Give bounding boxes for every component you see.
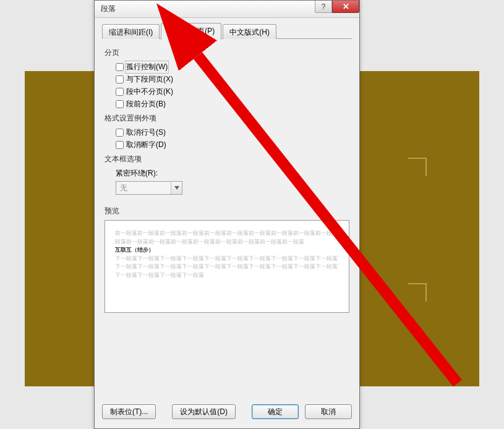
tight-wrap-label: 紧密环绕(R): [116, 168, 349, 179]
tab-chinese-typography[interactable]: 中文版式(H) [223, 24, 276, 39]
tab-strip: 缩进和间距(I) 换行和分页(P) 中文版式(H) [102, 23, 352, 39]
page-crop-mark [408, 283, 427, 302]
widow-orphan-label: 孤行控制(W) [126, 62, 168, 72]
suppress-line-numbers-label: 取消行号(S) [126, 127, 166, 138]
textbox-options-label: 文本框选项 [105, 154, 349, 164]
close-icon: ✕ [343, 2, 349, 11]
close-button[interactable]: ✕ [332, 1, 359, 13]
preview-main-text: 互联互（结步） [115, 246, 339, 255]
help-button[interactable]: ? [315, 1, 332, 13]
pagination-group-label: 分页 [105, 48, 349, 58]
help-icon: ? [322, 2, 326, 11]
tab-line-page-breaks[interactable]: 换行和分页(P) [161, 23, 221, 40]
preview-prev-text: 段落前一段落前一段落前一段落前一段落前一段落前一段落前一段落前一段落 [115, 238, 339, 247]
suppress-line-numbers-checkbox[interactable] [116, 129, 124, 137]
keep-lines-together-label: 段中不分页(K) [126, 87, 173, 97]
keep-with-next-checkbox[interactable] [116, 75, 124, 83]
page-break-before-label: 段前分页(B) [126, 99, 166, 109]
formatting-exceptions-label: 格式设置例外项 [105, 113, 349, 124]
suppress-hyphenation-label: 取消断字(D) [126, 140, 166, 150]
cancel-button[interactable]: 取消 [305, 404, 352, 419]
paragraph-dialog: 段落 ? ✕ 缩进和间距(I) 换行和分页(P) 中文版式(H) 分页 孤行控制… [94, 0, 360, 429]
tab-indent-spacing[interactable]: 缩进和间距(I) [102, 24, 160, 39]
preview-prev-text: 前一段落前一段落前一段落前一段落前一段落前一段落前一段落前一段落前一段落前一段落… [115, 229, 339, 238]
dialog-title: 段落 [101, 4, 116, 14]
page-break-before-checkbox[interactable] [116, 100, 124, 108]
set-default-button[interactable]: 设为默认值(D) [172, 404, 236, 419]
widow-orphan-checkbox[interactable] [116, 63, 124, 71]
preview-box: 前一段落前一段落前一段落前一段落前一段落前一段落前一段落前一段落前一段落前一段落… [105, 220, 349, 313]
preview-next-text: 下一段落下一段落下一段落下一段落下一段落下一段落下一段落下一段落下一段落下一段落… [115, 255, 339, 263]
ok-button[interactable]: 确定 [252, 404, 299, 419]
chevron-down-icon [171, 182, 182, 194]
tight-wrap-value: 无 [116, 183, 171, 193]
tight-wrap-select[interactable]: 无 [116, 181, 182, 195]
page-crop-mark [408, 158, 427, 176]
tabs-button[interactable]: 制表位(T)... [102, 404, 156, 419]
keep-with-next-label: 与下段同页(X) [126, 74, 173, 85]
preview-next-text: 下一段落下一段落下一段落下一段落下一段落下一段落下一段落下一段落下一段落下一段落… [115, 263, 339, 271]
preview-next-text: 下一段落下一段落下一段落下一段落 [115, 271, 339, 280]
preview-label: 预览 [105, 206, 349, 216]
titlebar[interactable]: 段落 ? ✕ [95, 1, 359, 18]
dialog-button-row: 制表位(T)... 设为默认值(D) 确定 取消 [95, 401, 359, 428]
suppress-hyphenation-checkbox[interactable] [116, 141, 124, 149]
keep-lines-together-checkbox[interactable] [116, 88, 124, 96]
